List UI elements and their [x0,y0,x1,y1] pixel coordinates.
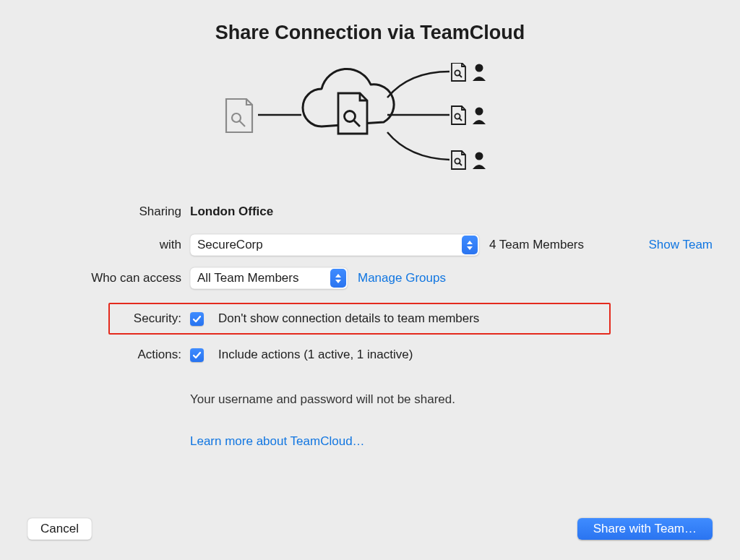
recipient-1 [452,63,486,81]
team-select[interactable]: SecureCorp [190,234,479,256]
cancel-button[interactable]: Cancel [27,518,92,540]
member-count: 4 Team Members [489,238,584,252]
actions-checkbox[interactable] [190,348,204,362]
dialog-title: Share Connection via TeamCloud [27,22,713,44]
credentials-note: Your username and password will not be s… [190,392,455,407]
svg-point-9 [476,152,483,160]
access-select[interactable]: All Team Members [190,267,348,289]
share-diagram [218,63,522,178]
recipient-3 [452,151,486,169]
check-icon [192,314,202,324]
show-team-link[interactable]: Show Team [648,238,713,252]
with-label: with [27,238,190,252]
svg-point-7 [476,108,483,116]
chevron-updown-icon [330,269,346,288]
learn-more-link[interactable]: Learn more about TeamCloud… [190,434,365,449]
sharing-label: Sharing [27,204,190,219]
recipient-2 [452,106,486,124]
actions-label: Actions: [27,348,190,362]
svg-point-5 [476,64,483,72]
security-label: Security: [110,311,190,326]
manage-groups-link[interactable]: Manage Groups [358,271,446,285]
who-can-access-label: Who can access [27,271,190,285]
chevron-updown-icon [462,236,478,254]
actions-checkbox-label: Include actions (1 active, 1 inactive) [218,348,413,362]
access-select-value: All Team Members [197,271,304,285]
security-highlight: Security: Don't show connection details … [108,303,611,335]
connection-name: London Office [190,204,273,219]
team-select-value: SecureCorp [197,238,269,252]
share-with-team-button[interactable]: Share with Team… [577,518,713,540]
security-checkbox[interactable] [190,312,204,326]
security-checkbox-label: Don't show connection details to team me… [218,311,479,326]
check-icon [192,350,202,360]
